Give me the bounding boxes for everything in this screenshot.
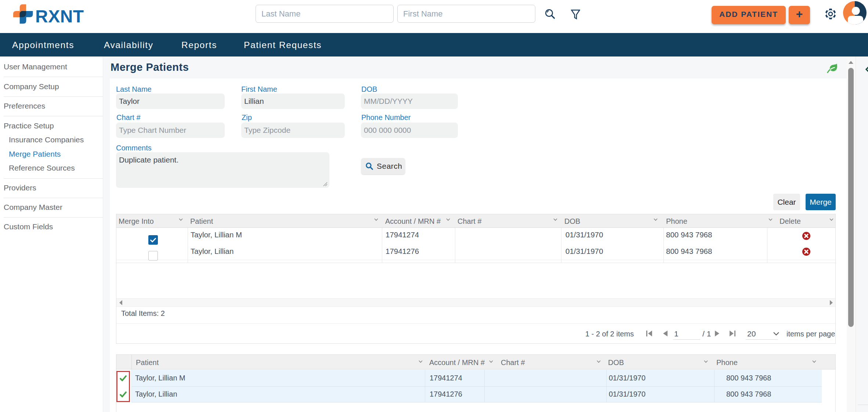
svg-text:RXNT: RXNT — [35, 7, 84, 26]
